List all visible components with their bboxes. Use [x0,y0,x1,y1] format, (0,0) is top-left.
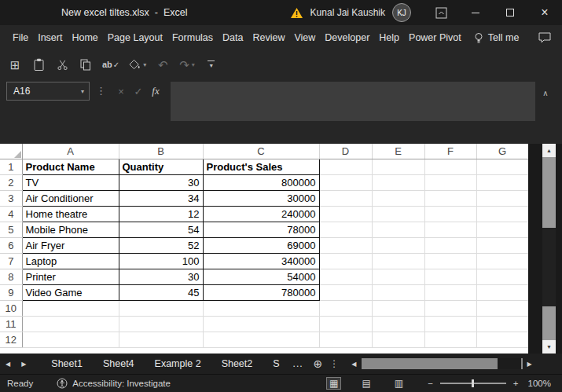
cell-F6[interactable] [424,237,476,253]
cell-C10[interactable] [203,300,319,316]
cell-A1[interactable]: Product Name [22,159,119,174]
cell-F9[interactable] [424,284,476,300]
cancel-icon[interactable]: × [112,82,130,101]
redo-icon[interactable]: ↷▾ [179,57,195,72]
maximize-button[interactable] [493,0,527,25]
cell-D10[interactable] [319,300,372,316]
cell-G11[interactable] [476,316,528,332]
cell-E9[interactable] [372,284,424,300]
sheet-tab-sheet4[interactable]: Sheet4 [93,354,145,374]
cell-E1[interactable] [372,159,424,174]
cell-B11[interactable] [119,316,203,332]
cell-E4[interactable] [372,206,424,222]
cell-B1[interactable]: Quantity [119,159,203,174]
cell-A3[interactable]: Air Conditioner [22,190,119,206]
scroll-down-icon[interactable]: ▼ [542,340,556,354]
cell-A4[interactable]: Home theatre [22,206,119,222]
cell-F8[interactable] [424,269,476,284]
sheet-tab-s[interactable]: S [263,354,289,374]
menu-tab-developer[interactable]: Developer [321,32,373,43]
cell-G4[interactable] [476,206,528,222]
cell-E3[interactable] [372,190,424,206]
cell-B8[interactable]: 30 [119,269,203,284]
column-header-C[interactable]: C [203,144,319,159]
row-header-9[interactable]: 9 [0,284,22,300]
cell-C3[interactable]: 30000 [203,190,319,206]
name-box[interactable]: A16 ▾ [6,82,90,101]
sheet-nav-left-icon[interactable]: ◀ [6,361,10,368]
cell-B12[interactable] [119,332,203,347]
insert-function-icon[interactable]: fx [147,82,164,101]
undo-icon[interactable]: ↶ [156,57,170,72]
menu-tab-page-layout[interactable]: Page Layout [104,32,167,43]
row-header-11[interactable]: 11 [0,316,22,332]
cell-D4[interactable] [319,206,372,222]
zoom-level[interactable]: 100% [528,379,551,388]
cell-B4[interactable]: 12 [119,206,203,222]
menu-tab-data[interactable]: Data [219,32,247,43]
hscroll-right-icon[interactable]: ▶ [527,361,532,368]
column-header-G[interactable]: G [476,144,528,159]
row-header-4[interactable]: 4 [0,206,22,222]
accessibility-status[interactable]: Accessibility: Investigate [57,378,171,389]
menu-tab-view[interactable]: View [290,32,319,43]
cell-D9[interactable] [319,284,372,300]
cell-F5[interactable] [424,222,476,237]
cell-G1[interactable] [476,159,528,174]
avatar[interactable]: KJ [392,3,411,22]
row-header-12[interactable]: 12 [0,332,22,347]
menu-tab-file[interactable]: File [9,32,32,43]
enter-icon[interactable]: ✓ [130,82,147,101]
cell-D5[interactable] [319,222,372,237]
sheet-tab-example-2[interactable]: Example 2 [145,354,211,374]
cell-D6[interactable] [319,237,372,253]
cell-G5[interactable] [476,222,528,237]
minimize-button[interactable] [458,0,493,25]
zoom-out-icon[interactable]: − [428,379,433,388]
menu-tab-home[interactable]: Home [68,32,101,43]
cell-C11[interactable] [203,316,319,332]
cell-E2[interactable] [372,174,424,190]
cell-A5[interactable]: Mobile Phone [22,222,119,237]
cell-E11[interactable] [372,316,424,332]
cell-C2[interactable]: 800000 [203,174,319,190]
cell-F11[interactable] [424,316,476,332]
row-header-1[interactable]: 1 [0,159,22,174]
hscroll-left-icon[interactable]: ◀ [351,361,356,368]
cell-G12[interactable] [476,332,528,347]
column-header-F[interactable]: F [424,144,476,159]
fill-color-icon[interactable]: ▾ [129,57,146,72]
cell-A9[interactable]: Video Game [22,284,119,300]
row-header-3[interactable]: 3 [0,190,22,206]
cell-C7[interactable]: 340000 [203,253,319,269]
formula-bar-menu-icon[interactable]: ⋮ [96,86,106,96]
cell-G10[interactable] [476,300,528,316]
cell-F10[interactable] [424,300,476,316]
cell-F2[interactable] [424,174,476,190]
spell-check-icon[interactable]: ab✓ [102,57,119,72]
cell-A10[interactable] [22,300,119,316]
row-header-8[interactable]: 8 [0,269,22,284]
cell-D2[interactable] [319,174,372,190]
cell-A11[interactable] [22,316,119,332]
table-icon[interactable]: ⊞ [8,57,22,72]
cell-C12[interactable] [203,332,319,347]
vertical-scroll-thumb[interactable] [542,228,556,306]
cell-G2[interactable] [476,174,528,190]
cell-B6[interactable]: 52 [119,237,203,253]
cell-E8[interactable] [372,269,424,284]
cell-A2[interactable]: TV [22,174,119,190]
column-header-B[interactable]: B [119,144,203,159]
ribbon-display-options-icon[interactable] [424,0,458,25]
normal-view-icon[interactable]: ▦ [327,378,340,389]
column-header-A[interactable]: A [22,144,119,159]
cell-G8[interactable] [476,269,528,284]
cell-G3[interactable] [476,190,528,206]
add-sheet-icon[interactable]: ⊕ [314,357,323,370]
zoom-slider-handle[interactable] [472,379,474,387]
menu-tab-formulas[interactable]: Formulas [168,32,217,43]
select-all-button[interactable] [0,144,22,159]
row-header-10[interactable]: 10 [0,300,22,316]
cell-C4[interactable]: 240000 [203,206,319,222]
cell-E6[interactable] [372,237,424,253]
